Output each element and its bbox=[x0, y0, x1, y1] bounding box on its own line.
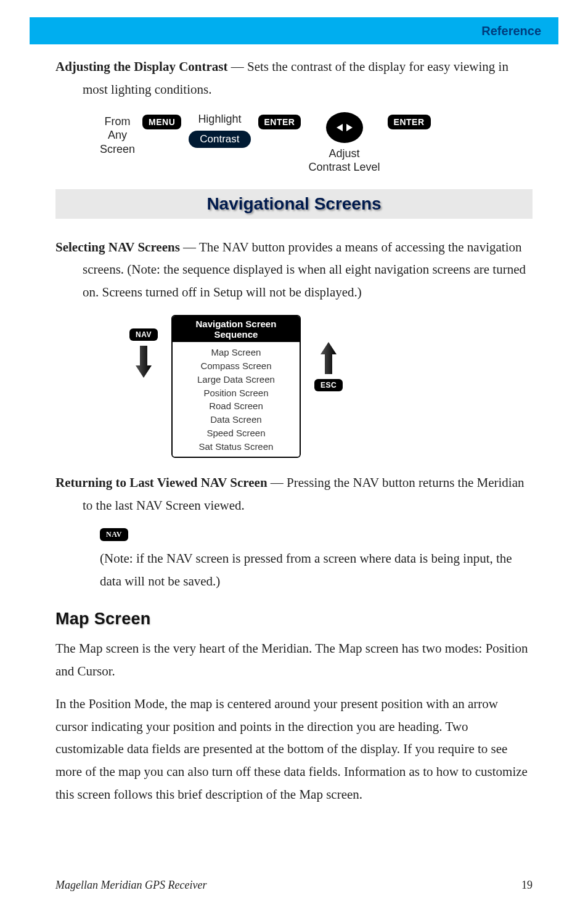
esc-up-col: ESC bbox=[314, 315, 343, 391]
nav-sequence-list: Map Screen Compass Screen Large Data Scr… bbox=[173, 342, 300, 457]
adjust-contrast-lead: Adjusting the Display Contrast bbox=[55, 59, 227, 74]
header-bar: Reference bbox=[30, 17, 558, 44]
adjust-contrast-para: Adjusting the Display Contrast — Sets th… bbox=[55, 55, 533, 101]
menu-button: MENU bbox=[142, 115, 181, 129]
enter-button-1: ENTER bbox=[258, 115, 301, 129]
triangle-right-icon bbox=[346, 124, 353, 131]
seq-item: Speed Screen bbox=[178, 426, 295, 440]
seq-item: Compass Screen bbox=[178, 359, 295, 373]
contrast-flow-diagram: From Any Screen MENU Highlight Contrast … bbox=[100, 112, 533, 174]
nav-note-block: NAV (Note: if the NAV screen is pressed … bbox=[55, 528, 533, 593]
arrow-up-icon bbox=[319, 341, 338, 375]
returning-nav-lead: Returning to Last Viewed NAV Screen bbox=[55, 475, 267, 490]
nav-screens-section-header: Navigational Screens bbox=[55, 189, 533, 219]
adjust-oval-col: Adjust Contrast Level bbox=[308, 112, 380, 174]
seq-item: Sat Status Screen bbox=[178, 440, 295, 454]
nav-screens-title: Navigational Screens bbox=[206, 194, 381, 213]
adjust-label-2: Contrast Level bbox=[308, 160, 380, 174]
map-para-2: In the Position Mode, the map is centere… bbox=[55, 693, 533, 806]
highlight-label: Highlight bbox=[198, 112, 241, 126]
seq-item: Data Screen bbox=[178, 413, 295, 426]
seq-item: Road Screen bbox=[178, 399, 295, 413]
nav-sequence-diagram: NAV Navigation Screen Sequence Map Scree… bbox=[129, 315, 533, 459]
nav-button-2: NAV bbox=[100, 528, 128, 541]
enter-button-col-1: ENTER bbox=[258, 112, 301, 129]
nav-sequence-header: Navigation Screen Sequence bbox=[173, 316, 300, 343]
seq-item: Position Screen bbox=[178, 386, 295, 400]
left-right-oval bbox=[326, 112, 363, 143]
enter-button-col-2: ENTER bbox=[388, 112, 431, 129]
contrast-pill: Contrast bbox=[189, 131, 250, 148]
nav-button: NAV bbox=[129, 328, 158, 341]
map-screen-heading: Map Screen bbox=[55, 609, 533, 629]
enter-button-2: ENTER bbox=[388, 115, 431, 129]
seq-item: Large Data Screen bbox=[178, 373, 295, 386]
map-para-1: The Map screen is the very heart of the … bbox=[55, 637, 533, 683]
triangle-left-icon bbox=[337, 124, 343, 131]
adjust-label-1: Adjust bbox=[329, 147, 360, 161]
header-title: Reference bbox=[481, 24, 541, 38]
arrow-down-icon bbox=[134, 344, 153, 379]
seq-item: Map Screen bbox=[178, 346, 295, 359]
main-content: Adjusting the Display Contrast — Sets th… bbox=[0, 44, 588, 806]
footer-page-number: 19 bbox=[521, 879, 533, 892]
nav-down-col: NAV bbox=[129, 315, 158, 379]
selecting-nav-lead: Selecting NAV Screens bbox=[55, 240, 180, 255]
footer-title: Magellan Meridian GPS Receiver bbox=[55, 879, 206, 892]
nav-sequence-box: Navigation Screen Sequence Map Screen Co… bbox=[171, 315, 301, 459]
page-footer: Magellan Meridian GPS Receiver 19 bbox=[55, 879, 533, 892]
menu-button-col: MENU bbox=[142, 112, 181, 129]
nav-note-text: (Note: if the NAV screen is pressed from… bbox=[100, 547, 533, 593]
highlight-contrast-col: Highlight Contrast bbox=[189, 112, 250, 149]
selecting-nav-para: Selecting NAV Screens — The NAV button p… bbox=[55, 236, 533, 304]
esc-button: ESC bbox=[314, 379, 343, 391]
from-any-screen-label: From Any Screen bbox=[100, 112, 135, 157]
returning-nav-para: Returning to Last Viewed NAV Screen — Pr… bbox=[55, 471, 533, 517]
